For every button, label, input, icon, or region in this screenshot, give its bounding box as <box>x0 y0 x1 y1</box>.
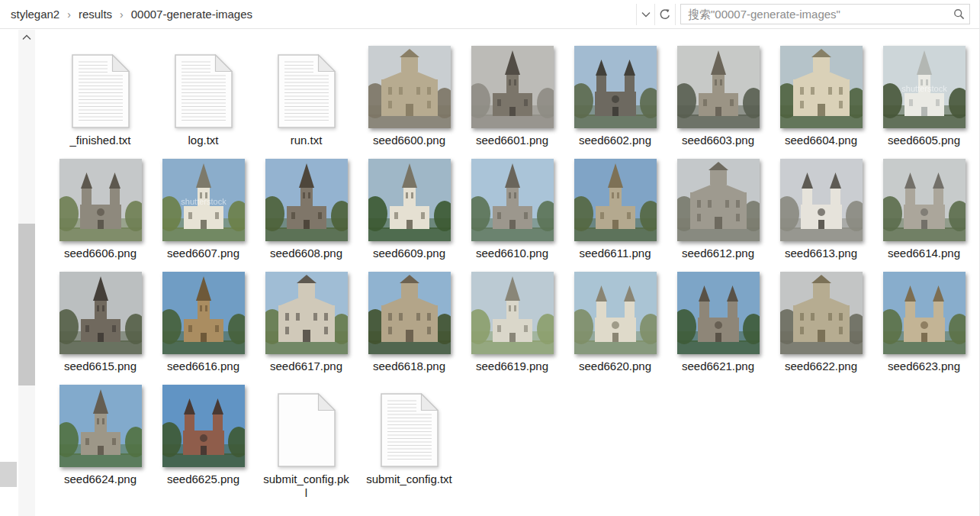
file-item[interactable]: seed6615.png <box>49 266 152 373</box>
file-name-label: seed6619.png <box>476 360 548 373</box>
file-name-label: seed6603.png <box>682 134 754 147</box>
file-item[interactable]: seed6624.png <box>49 379 152 500</box>
nav-pane-scrollbar-thumb[interactable] <box>0 462 17 487</box>
image-thumbnail <box>780 46 863 128</box>
breadcrumb-segment[interactable]: 00007-generate-images <box>128 6 255 22</box>
thumbnail-box <box>670 43 767 128</box>
file-item[interactable]: seed6621.png <box>667 266 770 373</box>
file-item[interactable]: submit_config.pkl <box>255 379 358 500</box>
file-item[interactable]: seed6612.png <box>667 153 770 260</box>
file-grid: _finished.txtlog.txtrun.txtseed6600.pngs… <box>49 29 978 505</box>
file-name-label: seed6622.png <box>785 360 857 373</box>
address-dropdown-button[interactable] <box>636 4 654 25</box>
image-thumbnail <box>471 272 554 354</box>
breadcrumb-separator-icon: › <box>63 8 76 21</box>
file-list-scrollbar[interactable] <box>18 30 35 516</box>
thumbnail-box <box>876 156 973 241</box>
file-item[interactable]: seed6601.png <box>461 40 564 147</box>
file-item[interactable]: submit_config.txt <box>358 379 461 500</box>
file-item[interactable]: seed6610.png <box>461 153 564 260</box>
file-item[interactable]: seed6617.png <box>255 266 358 373</box>
image-thumbnail <box>883 159 966 241</box>
file-item[interactable]: log.txt <box>152 40 255 147</box>
scrollbar-thumb[interactable] <box>18 224 35 385</box>
file-item[interactable]: seed6609.png <box>358 153 461 260</box>
image-thumbnail <box>368 46 451 128</box>
thumbnail-box <box>258 269 355 354</box>
file-name-label: seed6616.png <box>167 360 239 373</box>
file-item[interactable]: seed6616.png <box>152 266 255 373</box>
thumbnail-box <box>155 382 252 467</box>
file-item[interactable]: seed6618.png <box>358 266 461 373</box>
file-name-label: seed6613.png <box>785 247 857 260</box>
file-item[interactable]: shutterstockseed6607.png <box>152 153 255 260</box>
file-item[interactable]: run.txt <box>255 40 358 147</box>
text-file-icon <box>258 43 355 128</box>
image-thumbnail <box>780 272 863 354</box>
file-name-label: seed6600.png <box>373 134 445 147</box>
file-name-label: seed6623.png <box>888 360 960 373</box>
file-name-label: seed6620.png <box>579 360 651 373</box>
file-item[interactable]: seed6622.png <box>770 266 872 373</box>
image-thumbnail <box>265 272 348 354</box>
text-file-icon <box>52 43 149 128</box>
thumbnail-box <box>567 269 664 354</box>
text-file-icon <box>361 382 458 467</box>
file-name-label: log.txt <box>188 134 218 147</box>
thumbnail-box <box>670 269 767 354</box>
chevron-down-icon <box>641 11 651 18</box>
file-name-label: seed6605.png <box>888 134 960 147</box>
refresh-button[interactable] <box>654 4 676 25</box>
thumbnail-box <box>464 156 561 241</box>
file-name-label: seed6618.png <box>373 360 445 373</box>
thumbnail-box <box>464 269 561 354</box>
thumbnail-box <box>52 156 149 241</box>
file-item[interactable]: seed6619.png <box>461 266 564 373</box>
text-file-icon <box>155 43 252 128</box>
thumbnail-box <box>876 269 973 354</box>
svg-text:shutterstock: shutterstock <box>901 84 947 93</box>
breadcrumb-segment[interactable]: stylegan2 <box>8 6 63 22</box>
image-thumbnail <box>265 159 348 241</box>
file-item[interactable]: seed6614.png <box>872 153 975 260</box>
image-thumbnail <box>780 159 863 241</box>
file-item[interactable]: seed6608.png <box>255 153 358 260</box>
search-box <box>680 4 970 24</box>
file-item[interactable]: seed6613.png <box>770 153 872 260</box>
file-item[interactable]: seed6604.png <box>770 40 872 147</box>
scroll-up-button[interactable] <box>18 30 35 45</box>
thumbnail-box: shutterstock <box>876 43 973 128</box>
thumbnail-box <box>52 269 149 354</box>
file-name-label: seed6621.png <box>682 360 754 373</box>
file-name-label: seed6606.png <box>64 247 137 260</box>
thumbnail-box <box>773 156 870 241</box>
file-item[interactable]: seed6611.png <box>564 153 667 260</box>
file-name-label: seed6610.png <box>476 247 548 260</box>
refresh-icon <box>659 8 671 21</box>
file-name-label: seed6615.png <box>64 360 137 373</box>
search-input[interactable] <box>681 8 949 21</box>
image-thumbnail <box>59 272 142 354</box>
file-item[interactable]: seed6625.png <box>152 379 255 500</box>
chevron-up-icon <box>22 34 31 40</box>
file-item[interactable]: seed6606.png <box>49 153 152 260</box>
image-thumbnail <box>574 159 657 241</box>
file-item[interactable]: seed6600.png <box>358 40 461 147</box>
thumbnail-box <box>567 43 664 128</box>
file-item[interactable]: seed6620.png <box>564 266 667 373</box>
thumbnail-box <box>773 43 870 128</box>
breadcrumb-segment[interactable]: results <box>76 6 115 22</box>
image-thumbnail: shutterstock <box>883 46 966 128</box>
search-icon[interactable] <box>949 8 969 21</box>
file-item[interactable]: shutterstockseed6605.png <box>872 40 975 147</box>
image-thumbnail <box>162 385 245 467</box>
file-item[interactable]: seed6623.png <box>872 266 975 373</box>
file-name-label: submit_config.txt <box>366 472 452 486</box>
image-thumbnail <box>162 272 245 354</box>
file-item[interactable]: _finished.txt <box>49 40 152 147</box>
address-bar-buttons <box>636 4 676 25</box>
file-item[interactable]: seed6602.png <box>564 40 667 147</box>
file-item[interactable]: seed6603.png <box>667 40 770 147</box>
image-thumbnail <box>574 272 657 354</box>
file-name-label: seed6617.png <box>270 360 342 373</box>
